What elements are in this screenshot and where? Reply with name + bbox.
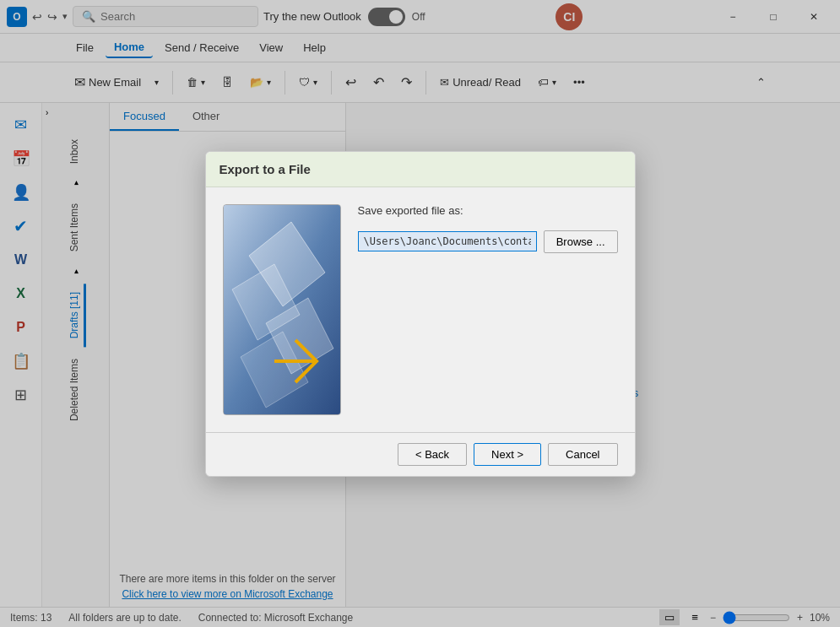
browse-button[interactable]: Browse ... [544, 230, 618, 253]
next-button[interactable]: Next > [474, 443, 541, 466]
modal-body: Save exported file as: Browse ... [206, 187, 635, 432]
modal-overlay: Export to a File [0, 0, 840, 627]
modal-title: Export to a File [219, 162, 311, 176]
export-modal: Export to a File [205, 151, 636, 477]
modal-image [223, 204, 341, 415]
cancel-button[interactable]: Cancel [548, 443, 617, 466]
modal-header: Export to a File [206, 152, 635, 187]
file-row: Browse ... [358, 230, 618, 253]
back-button[interactable]: < Back [398, 443, 467, 466]
modal-content: Save exported file as: Browse ... [358, 204, 618, 415]
save-label: Save exported file as: [358, 204, 618, 217]
modal-footer: < Back Next > Cancel [206, 432, 635, 476]
file-path-input[interactable] [358, 231, 537, 251]
